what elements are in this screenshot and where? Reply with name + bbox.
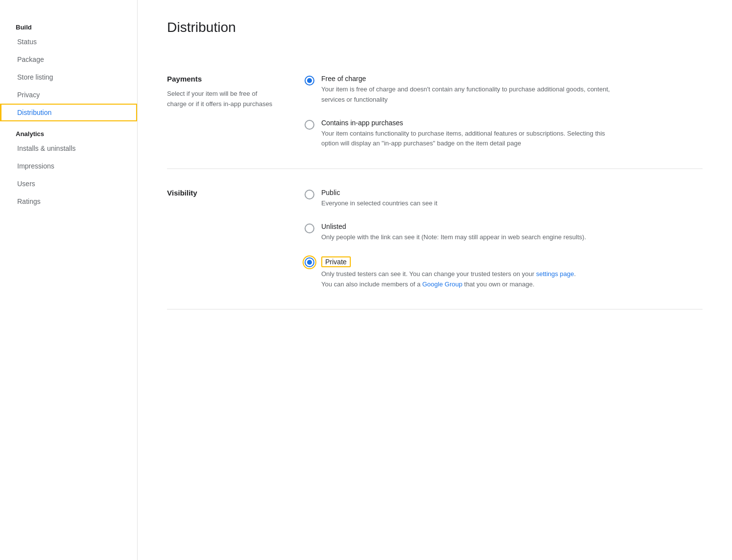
radio-private[interactable] — [305, 257, 314, 267]
radio-public[interactable] — [305, 190, 314, 199]
settings-page-link[interactable]: settings page — [536, 270, 574, 278]
payments-description: Select if your item will be free of char… — [167, 89, 275, 110]
payments-free-content: Free of charge Your item is free of char… — [321, 75, 616, 105]
visibility-label-col: Visibility — [167, 189, 275, 289]
sidebar-item-store-listing[interactable]: Store listing — [0, 68, 137, 86]
sidebar-item-package[interactable]: Package — [0, 51, 137, 68]
radio-in-app-purchases[interactable] — [305, 120, 314, 130]
payments-option-free[interactable]: Free of charge Your item is free of char… — [305, 75, 703, 105]
visibility-option-public[interactable]: Public Everyone in selected countries ca… — [305, 189, 703, 209]
visibility-options: Public Everyone in selected countries ca… — [305, 189, 703, 289]
sidebar: Build Status Package Store listing Priva… — [0, 0, 138, 560]
private-desc-after: that you own or manage. — [462, 280, 535, 288]
visibility-label: Visibility — [167, 189, 275, 197]
visibility-private-content: Private Only trusted testers can see it.… — [321, 256, 576, 290]
visibility-option-private[interactable]: Private Only trusted testers can see it.… — [305, 256, 703, 290]
payments-option-inapp[interactable]: Contains in-app purchases Your item cont… — [305, 119, 703, 149]
private-title-box: Private — [321, 256, 351, 267]
google-group-link[interactable]: Google Group — [422, 280, 462, 288]
payments-section: Payments Select if your item will be fre… — [167, 55, 703, 169]
payments-label-col: Payments Select if your item will be fre… — [167, 75, 275, 149]
sidebar-item-impressions[interactable]: Impressions — [0, 157, 137, 175]
sidebar-build-section: Build — [0, 20, 137, 33]
sidebar-item-distribution[interactable]: Distribution — [0, 104, 137, 121]
sidebar-item-privacy[interactable]: Privacy — [0, 86, 137, 104]
visibility-public-title: Public — [321, 189, 437, 196]
payments-inapp-desc: Your item contains functionality to purc… — [321, 129, 616, 149]
payments-free-desc: Your item is free of charge and doesn't … — [321, 84, 616, 105]
sidebar-analytics-section: Analytics — [0, 126, 137, 140]
visibility-private-desc: Only trusted testers can see it. You can… — [321, 269, 576, 290]
sidebar-item-users[interactable]: Users — [0, 175, 137, 193]
visibility-unlisted-title: Unlisted — [321, 223, 586, 230]
visibility-option-unlisted[interactable]: Unlisted Only people with the link can s… — [305, 223, 703, 243]
payments-options: Free of charge Your item is free of char… — [305, 75, 703, 149]
payments-inapp-title: Contains in-app purchases — [321, 119, 616, 127]
sidebar-item-status[interactable]: Status — [0, 33, 137, 51]
visibility-section: Visibility Public Everyone in selected c… — [167, 169, 703, 309]
radio-free-of-charge[interactable] — [305, 76, 314, 85]
payments-free-title: Free of charge — [321, 75, 616, 83]
private-desc-before: Only trusted testers can see it. You can… — [321, 270, 536, 278]
visibility-public-desc: Everyone in selected countries can see i… — [321, 198, 437, 209]
visibility-private-title: Private — [321, 256, 576, 267]
sidebar-item-ratings[interactable]: Ratings — [0, 193, 137, 210]
radio-unlisted[interactable] — [305, 224, 314, 233]
payments-label: Payments — [167, 75, 275, 83]
page-title: Distribution — [167, 20, 703, 35]
payments-inapp-content: Contains in-app purchases Your item cont… — [321, 119, 616, 149]
visibility-unlisted-desc: Only people with the link can see it (No… — [321, 232, 586, 243]
visibility-unlisted-content: Unlisted Only people with the link can s… — [321, 223, 586, 243]
sidebar-item-installs-uninstalls[interactable]: Installs & uninstalls — [0, 140, 137, 157]
main-content: Distribution Payments Select if your ite… — [138, 0, 732, 560]
visibility-public-content: Public Everyone in selected countries ca… — [321, 189, 437, 209]
